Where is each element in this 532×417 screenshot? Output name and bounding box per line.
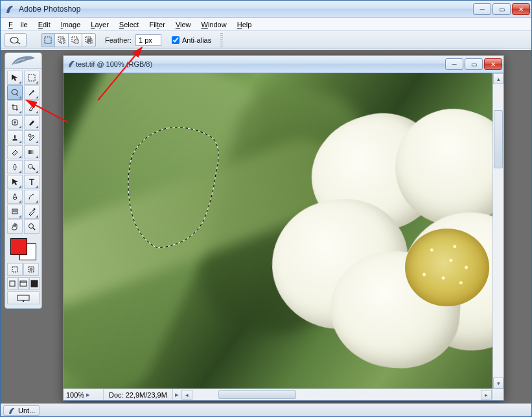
- standard-mode-button[interactable]: [7, 263, 23, 276]
- screenmode-full-menu-button[interactable]: [18, 277, 29, 290]
- svg-point-14: [29, 164, 32, 168]
- svg-point-12: [29, 134, 31, 137]
- menu-layer[interactable]: Layer: [87, 19, 113, 30]
- dodge-tool[interactable]: [24, 160, 40, 174]
- eraser-tool[interactable]: [7, 145, 23, 159]
- feather-label: Feather:: [105, 36, 132, 44]
- menu-select[interactable]: Select: [115, 19, 143, 30]
- antialias-checkbox[interactable]: Anti-alias: [172, 36, 211, 44]
- screenmode-full-button[interactable]: [29, 277, 40, 290]
- svg-rect-3: [60, 39, 65, 43]
- menu-edit[interactable]: Edit: [34, 19, 54, 30]
- selection-subtract-button[interactable]: [68, 33, 82, 47]
- screen-mode-row: [5, 276, 41, 290]
- docinfo-chevron-icon[interactable]: ▸: [173, 390, 181, 399]
- pen-tool[interactable]: [7, 190, 23, 204]
- options-bar: Feather: Anti-alias: [1, 31, 531, 49]
- app-taskbar: Unt...: [1, 403, 531, 416]
- foreground-color-swatch[interactable]: [10, 238, 27, 255]
- doc-close-button[interactable]: ✕: [484, 58, 502, 70]
- svg-rect-5: [75, 39, 78, 43]
- shape-tool[interactable]: [24, 190, 40, 204]
- brush-tool[interactable]: [24, 115, 40, 130]
- selection-new-button[interactable]: [41, 33, 55, 47]
- scroll-right-button[interactable]: ▸: [481, 390, 492, 400]
- vscroll-thumb[interactable]: [494, 110, 503, 168]
- menu-file[interactable]: File: [5, 19, 32, 30]
- svg-rect-9: [29, 74, 35, 81]
- menu-filter[interactable]: Filter: [145, 19, 168, 30]
- path-selection-tool[interactable]: [7, 175, 23, 189]
- menu-window[interactable]: Window: [198, 19, 231, 30]
- jump-row: [5, 290, 41, 304]
- move-tool[interactable]: [7, 71, 23, 85]
- toolbox-header[interactable]: [5, 53, 41, 69]
- close-button[interactable]: ✕: [512, 3, 530, 15]
- horizontal-scrollbar[interactable]: ◂ ▸: [181, 390, 492, 400]
- resize-grip[interactable]: [492, 389, 503, 400]
- toolbox[interactable]: [5, 52, 42, 309]
- menu-help[interactable]: Help: [233, 19, 256, 30]
- gradient-tool[interactable]: [24, 145, 40, 159]
- main-titlebar[interactable]: Adobe Photoshop ─ ▭ ✕: [1, 1, 531, 18]
- notes-tool[interactable]: [7, 205, 23, 219]
- screenmode-standard-button[interactable]: [7, 277, 17, 290]
- doc-maximize-button[interactable]: ▭: [465, 58, 483, 70]
- zoom-chevron-icon[interactable]: ▸: [84, 390, 92, 399]
- svg-rect-2: [58, 37, 64, 42]
- quickmask-mode-button[interactable]: [23, 263, 39, 276]
- menu-view[interactable]: View: [172, 19, 195, 30]
- hscroll-thumb[interactable]: [218, 390, 296, 399]
- scroll-down-button[interactable]: ▾: [493, 378, 503, 389]
- document-title: test.tif @ 100% (RGB/8): [76, 60, 445, 68]
- scroll-up-button[interactable]: ▴: [493, 73, 503, 84]
- eyedropper-tool[interactable]: [24, 205, 40, 219]
- document-window[interactable]: test.tif @ 100% (RGB/8) ─ ▭ ✕: [63, 55, 504, 401]
- svg-rect-13: [29, 150, 35, 154]
- doc-minimize-button[interactable]: ─: [445, 58, 463, 70]
- marquee-tool[interactable]: [24, 71, 40, 85]
- clone-stamp-tool[interactable]: [7, 130, 23, 144]
- hand-tool[interactable]: [7, 220, 23, 234]
- maximize-button[interactable]: ▭: [492, 3, 511, 15]
- selection-add-button[interactable]: [54, 33, 69, 47]
- lasso-tool[interactable]: [7, 85, 23, 100]
- document-titlebar[interactable]: test.tif @ 100% (RGB/8) ─ ▭ ✕: [64, 56, 503, 73]
- feather-input[interactable]: [135, 34, 161, 46]
- slice-tool[interactable]: [24, 100, 40, 115]
- svg-rect-19: [12, 267, 17, 272]
- doc-icon: [67, 60, 76, 69]
- magic-wand-tool[interactable]: [24, 85, 40, 100]
- vscroll-track[interactable]: [493, 84, 503, 378]
- blur-tool[interactable]: [7, 160, 23, 174]
- crop-tool[interactable]: [7, 100, 23, 115]
- lasso-selection: [109, 118, 238, 261]
- history-brush-tool[interactable]: [24, 130, 40, 144]
- canvas[interactable]: [64, 73, 492, 389]
- type-tool[interactable]: [24, 175, 40, 189]
- svg-point-10: [12, 90, 17, 95]
- hscroll-track[interactable]: [192, 390, 481, 400]
- options-grip[interactable]: [220, 33, 223, 47]
- selection-intersect-button[interactable]: [82, 33, 96, 47]
- app-title: Adobe Photoshop: [19, 5, 473, 14]
- jump-to-button[interactable]: [7, 291, 40, 304]
- antialias-check-input[interactable]: [172, 36, 179, 44]
- svg-point-21: [30, 268, 33, 271]
- current-tool-chip[interactable]: [5, 33, 27, 47]
- svg-point-17: [33, 208, 35, 210]
- zoom-tool[interactable]: [24, 220, 40, 234]
- healing-brush-tool[interactable]: [7, 115, 23, 130]
- selection-mode-group: [41, 33, 96, 47]
- svg-point-15: [14, 197, 16, 198]
- doc-info-field[interactable]: Doc: 22,9M/23,9M: [104, 389, 173, 400]
- scroll-left-button[interactable]: ◂: [181, 390, 192, 400]
- svg-point-18: [29, 224, 33, 229]
- zoom-field[interactable]: 100%▸: [64, 389, 104, 400]
- menu-image[interactable]: Image: [57, 19, 85, 30]
- svg-rect-26: [17, 295, 29, 300]
- vertical-scrollbar[interactable]: ▴ ▾: [492, 73, 503, 389]
- minimize-button[interactable]: ─: [473, 3, 491, 15]
- taskbar-doc-button[interactable]: Unt...: [3, 405, 40, 416]
- svg-rect-8: [87, 39, 91, 42]
